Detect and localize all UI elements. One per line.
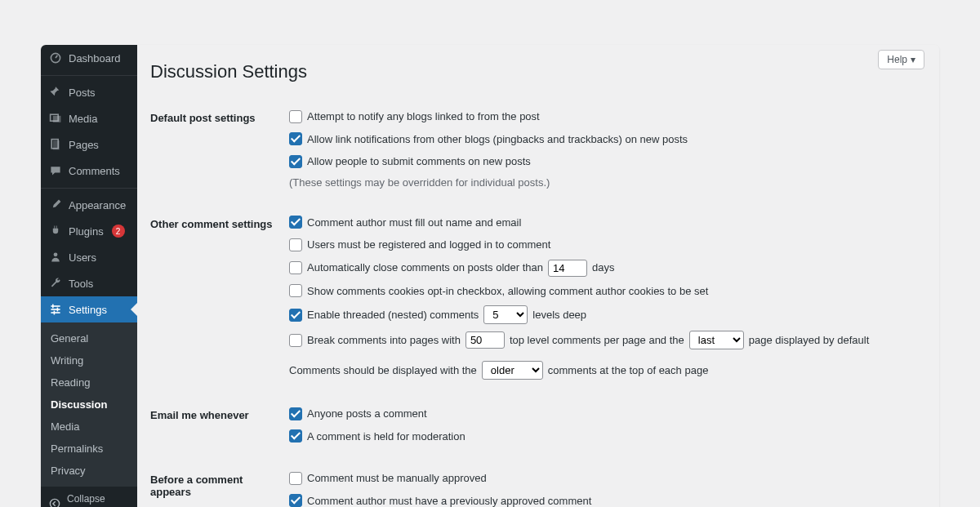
- submenu-reading[interactable]: Reading: [41, 371, 137, 394]
- submenu-privacy[interactable]: Privacy: [41, 460, 137, 482]
- label-notify-blogs: Attempt to notify any blogs linked to fr…: [307, 109, 540, 125]
- section-heading-before: Before a comment appears: [150, 459, 289, 507]
- svg-rect-7: [51, 312, 60, 314]
- sidebar-item-posts[interactable]: Posts: [41, 79, 137, 105]
- settings-form: Default post settings Attempt to notify …: [150, 97, 924, 507]
- sidebar-item-tools[interactable]: Tools: [41, 270, 137, 296]
- submenu-media[interactable]: Media: [41, 416, 137, 438]
- caret-down-icon: ▾: [911, 54, 915, 65]
- checkbox-name-email[interactable]: [289, 216, 302, 229]
- sidebar-label: Dashboard: [69, 52, 121, 64]
- admin-sidebar: Dashboard Posts Media Pages Comments App…: [41, 45, 137, 507]
- svg-rect-6: [51, 309, 60, 310]
- sidebar-label: Settings: [69, 304, 107, 316]
- sidebar-item-settings[interactable]: Settings: [41, 296, 137, 322]
- select-thread-depth[interactable]: 5: [483, 305, 528, 324]
- submenu-writing[interactable]: Writing: [41, 349, 137, 371]
- label-threaded-prefix: Enable threaded (nested) comments: [307, 307, 479, 323]
- help-label: Help: [887, 54, 907, 65]
- sidebar-item-dashboard[interactable]: Dashboard: [41, 45, 137, 71]
- label-paginate-suffix: page displayed by default: [749, 332, 869, 349]
- sidebar-label: Media: [69, 113, 97, 125]
- collapse-label: Collapse menu: [67, 493, 129, 507]
- sidebar-label: Posts: [69, 87, 96, 99]
- select-sort-order[interactable]: older: [482, 361, 543, 380]
- media-icon: [49, 112, 62, 125]
- label-allow-comments: Allow people to submit comments on new p…: [307, 153, 531, 170]
- label-sort-suffix: comments at the top of each page: [548, 362, 709, 379]
- app-frame: Dashboard Posts Media Pages Comments App…: [41, 45, 939, 507]
- main-content: Help ▾ Discussion Settings Default post …: [137, 45, 939, 507]
- submenu-permalinks[interactable]: Permalinks: [41, 438, 137, 460]
- label-manual-approve: Comment must be manually approved: [307, 470, 487, 487]
- sidebar-label: Plugins: [69, 225, 104, 238]
- checkbox-email-moderation[interactable]: [289, 429, 302, 443]
- label-paginate-prefix: Break comments into pages with: [307, 332, 461, 349]
- brush-icon: [49, 198, 62, 211]
- svg-rect-8: [52, 305, 54, 309]
- sidebar-item-users[interactable]: Users: [41, 244, 137, 270]
- label-pingbacks: Allow link notifications from other blog…: [307, 131, 688, 148]
- checkbox-registered[interactable]: [289, 238, 302, 251]
- user-icon: [49, 251, 62, 264]
- sidebar-label: Users: [69, 251, 96, 264]
- label-sort-prefix: Comments should be displayed with the: [289, 362, 477, 379]
- section-heading-default: Default post settings: [150, 97, 289, 203]
- select-default-page[interactable]: last: [689, 331, 744, 349]
- update-badge: 2: [112, 225, 125, 238]
- sidebar-item-media[interactable]: Media: [41, 105, 137, 131]
- checkbox-threaded[interactable]: [289, 309, 302, 322]
- checkbox-pingbacks[interactable]: [289, 132, 302, 145]
- sidebar-item-pages[interactable]: Pages: [41, 131, 137, 158]
- submenu-general[interactable]: General: [41, 327, 137, 349]
- label-previously-approved: Comment author must have a previously ap…: [307, 493, 591, 508]
- section-heading-email: Email me whenever: [150, 394, 289, 459]
- label-paginate-mid: top level comments per page and the: [510, 332, 684, 349]
- sidebar-label: Comments: [69, 165, 120, 177]
- settings-submenu: General Writing Reading Discussion Media…: [41, 322, 137, 487]
- label-threaded-suffix: levels deep: [532, 307, 586, 323]
- sidebar-item-plugins[interactable]: Plugins 2: [41, 218, 137, 244]
- help-button[interactable]: Help ▾: [878, 50, 924, 69]
- label-registered: Users must be registered and logged in t…: [307, 237, 550, 253]
- input-close-days[interactable]: [548, 260, 587, 277]
- checkbox-cookies-optin[interactable]: [289, 284, 302, 297]
- label-auto-close-prefix: Automatically close comments on posts ol…: [307, 260, 543, 276]
- collapse-icon: [49, 498, 60, 508]
- pages-icon: [49, 138, 62, 151]
- sidebar-item-comments[interactable]: Comments: [41, 158, 137, 184]
- comment-icon: [49, 164, 62, 177]
- sidebar-label: Tools: [69, 278, 93, 290]
- svg-rect-10: [54, 311, 56, 315]
- submenu-discussion[interactable]: Discussion: [41, 394, 137, 416]
- checkbox-email-post[interactable]: [289, 407, 302, 420]
- sidebar-item-appearance[interactable]: Appearance: [41, 192, 137, 218]
- dashboard-icon: [49, 51, 62, 64]
- svg-rect-3: [53, 140, 60, 149]
- pin-icon: [49, 86, 62, 99]
- input-per-page[interactable]: [466, 331, 505, 349]
- collapse-menu-button[interactable]: Collapse menu: [41, 487, 137, 507]
- label-cookies-optin: Show comments cookies opt-in checkbox, a…: [307, 283, 708, 300]
- section-heading-other: Other comment settings: [150, 203, 289, 395]
- checkbox-auto-close[interactable]: [289, 261, 302, 274]
- label-email-post: Anyone posts a comment: [307, 406, 427, 422]
- svg-point-4: [54, 252, 58, 256]
- checkbox-allow-comments[interactable]: [289, 155, 302, 168]
- wrench-icon: [49, 277, 62, 290]
- label-name-email: Comment author must fill out name and em…: [307, 215, 521, 231]
- svg-rect-9: [57, 308, 59, 312]
- checkbox-paginate[interactable]: [289, 334, 302, 347]
- sidebar-label: Appearance: [69, 199, 126, 211]
- checkbox-previously-approved[interactable]: [289, 494, 302, 507]
- checkbox-manual-approve[interactable]: [289, 472, 302, 485]
- sidebar-label: Pages: [69, 139, 99, 151]
- settings-icon: [49, 303, 62, 316]
- plug-icon: [49, 225, 62, 238]
- checkbox-notify-blogs[interactable]: [289, 110, 302, 123]
- label-auto-close-suffix: days: [592, 260, 614, 276]
- label-email-moderation: A comment is held for moderation: [307, 429, 466, 445]
- note-override: (These settings may be overridden for in…: [289, 176, 916, 189]
- page-title: Discussion Settings: [150, 55, 924, 97]
